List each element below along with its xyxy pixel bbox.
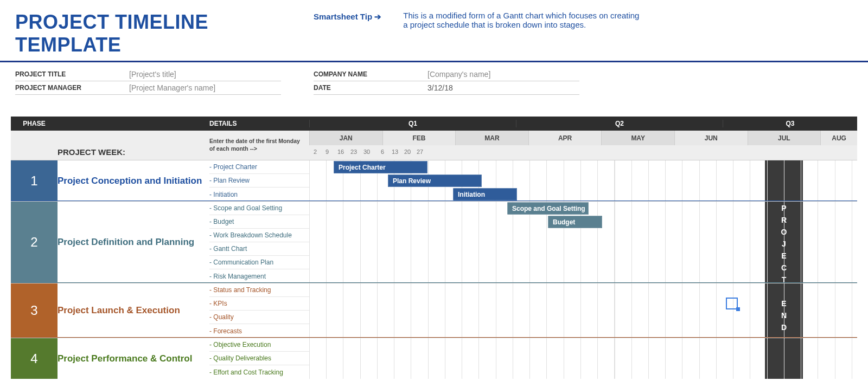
detail-item[interactable]: - Forecasts <box>209 324 309 338</box>
gantt-bar[interactable]: Project Charter <box>334 161 427 173</box>
phase-row: 3Project Launch & Execution- Status and … <box>11 283 857 338</box>
week-num: 27 <box>417 148 423 155</box>
gantt-chart: PHASE DETAILS Q1 Q2 Q3 PROJECT WEEK: Ent… <box>11 117 857 379</box>
month-may: MAY <box>601 131 674 145</box>
phase-row: 4Project Performance & Control- Objectiv… <box>11 338 857 379</box>
detail-item[interactable]: - Quality <box>209 311 309 324</box>
meta-row[interactable]: PROJECT MANAGER [Project Manager's name] <box>15 81 281 95</box>
header: PROJECT TIMELINE TEMPLATE Smartsheet Tip… <box>0 0 868 62</box>
date-hint: Enter the date of the first Monday of ea… <box>209 131 309 160</box>
detail-item[interactable]: - Communication Plan <box>209 256 309 269</box>
gantt-bar[interactable]: Scope and Goal Setting <box>507 202 589 215</box>
detail-item[interactable]: - Gantt Chart <box>209 242 309 256</box>
meta-label: PROJECT TITLE <box>15 70 129 78</box>
gantt-bar[interactable]: Initiation <box>453 188 517 201</box>
detail-item[interactable]: - KPIs <box>209 297 309 311</box>
week-num: 23 <box>350 148 357 155</box>
project-week-label: PROJECT WEEK: <box>58 147 125 157</box>
col-header-q3: Q3 <box>723 120 857 127</box>
meta-value[interactable]: 3/12/18 <box>427 83 453 92</box>
week-num: 2 <box>314 148 317 155</box>
col-header-q1: Q1 <box>309 120 516 127</box>
meta-value[interactable]: [Project's title] <box>129 70 176 79</box>
gantt-subheader: PROJECT WEEK: Enter the date of the firs… <box>11 131 857 160</box>
meta-row[interactable]: COMPANY NAME [Company's name] <box>314 68 579 81</box>
col-header-details: DETAILS <box>209 120 309 127</box>
phase-title[interactable]: Project Performance & Control <box>58 338 209 379</box>
months-container: JAN FEB MAR APR MAY JUN JUL AUG 29162330… <box>309 131 857 160</box>
phase-title[interactable]: Project Launch & Execution <box>58 283 209 338</box>
month-feb: FEB <box>382 131 456 145</box>
week-num: 13 <box>392 148 398 155</box>
month-jan: JAN <box>309 131 382 145</box>
detail-item[interactable]: - Effort and Cost Tracking <box>209 365 309 379</box>
detail-item[interactable]: - Budget <box>209 215 309 229</box>
month-mar: MAR <box>455 131 528 145</box>
phases-container: PROJECT END 1Project Conception and Init… <box>11 160 857 379</box>
meta-col-right: COMPANY NAME [Company's name] DATE 3/12/… <box>314 68 579 95</box>
meta-section: PROJECT TITLE [Project's title] PROJECT … <box>0 62 868 117</box>
meta-label: COMPANY NAME <box>314 70 427 78</box>
phase-number: 1 <box>11 160 58 201</box>
phase-title[interactable]: Project Definition and Planning <box>58 202 209 283</box>
col-header-q2: Q2 <box>516 120 723 127</box>
gantt-area[interactable] <box>309 338 857 379</box>
month-aug: AUG <box>820 131 857 145</box>
meta-label: DATE <box>314 84 427 92</box>
week-num: 9 <box>326 148 329 155</box>
smartsheet-tip-label[interactable]: Smartsheet Tip ➔ <box>314 11 381 22</box>
month-jul: JUL <box>748 131 821 145</box>
meta-label: PROJECT MANAGER <box>15 84 129 92</box>
meta-value[interactable]: [Project Manager's name] <box>129 83 215 92</box>
selection-handle[interactable] <box>736 307 740 311</box>
month-apr: APR <box>528 131 602 145</box>
phase-separator <box>11 378 857 379</box>
detail-item[interactable]: - Work Breakdown Schedule <box>209 229 309 242</box>
months-row: JAN FEB MAR APR MAY JUN JUL AUG <box>309 131 857 145</box>
phase-details: - Project Charter- Plan Review- Initiati… <box>209 160 309 201</box>
smartsheet-tip-text: This is a modified form of a Gantt chart… <box>403 11 642 29</box>
meta-row[interactable]: DATE 3/12/18 <box>314 81 579 95</box>
gantt-header-row: PHASE DETAILS Q1 Q2 Q3 <box>11 117 857 131</box>
detail-item[interactable]: - Status and Tracking <box>209 283 309 297</box>
week-num: 20 <box>404 148 411 155</box>
gantt-bar[interactable]: Budget <box>548 216 602 228</box>
project-week-label-wrap: PROJECT WEEK: <box>58 131 209 160</box>
week-num: 6 <box>381 148 384 155</box>
phase-number: 3 <box>11 283 58 338</box>
detail-item[interactable]: - Quality Deliverables <box>209 352 309 365</box>
phase-details: - Objective Execution- Quality Deliverab… <box>209 338 309 379</box>
sub-left <box>11 131 58 160</box>
phase-row: 2Project Definition and Planning- Scope … <box>11 201 857 283</box>
gantt-area[interactable] <box>309 283 857 338</box>
detail-item[interactable]: - Objective Execution <box>209 338 309 352</box>
gantt-bar[interactable]: Plan Review <box>388 175 482 187</box>
week-num: 16 <box>337 148 344 155</box>
detail-item[interactable]: - Project Charter <box>209 160 309 174</box>
detail-item[interactable]: - Scope and Goal Setting <box>209 202 309 215</box>
col-header-phase: PHASE <box>11 120 58 127</box>
meta-value[interactable]: [Company's name] <box>427 70 490 79</box>
gantt-area[interactable]: Scope and Goal SettingBudget <box>309 202 857 283</box>
meta-row[interactable]: PROJECT TITLE [Project's title] <box>15 68 281 81</box>
weeks-row: 291623306132027 <box>309 145 857 160</box>
month-jun: JUN <box>674 131 748 145</box>
meta-col-left: PROJECT TITLE [Project's title] PROJECT … <box>15 68 281 95</box>
phase-number: 2 <box>11 202 58 283</box>
detail-item[interactable]: - Plan Review <box>209 174 309 188</box>
detail-item[interactable]: - Initiation <box>209 188 309 201</box>
gantt-area[interactable]: Project CharterPlan ReviewInitiation <box>309 160 857 201</box>
page-title: PROJECT TIMELINE TEMPLATE <box>15 11 292 56</box>
phase-title[interactable]: Project Conception and Initiation <box>58 160 209 201</box>
week-num: 30 <box>363 148 370 155</box>
phase-number: 4 <box>11 338 58 379</box>
phase-details: - Scope and Goal Setting- Budget- Work B… <box>209 202 309 283</box>
detail-item[interactable]: - Risk Management <box>209 269 309 283</box>
phase-details: - Status and Tracking- KPIs- Quality- Fo… <box>209 283 309 338</box>
phase-row: 1Project Conception and Initiation- Proj… <box>11 160 857 201</box>
